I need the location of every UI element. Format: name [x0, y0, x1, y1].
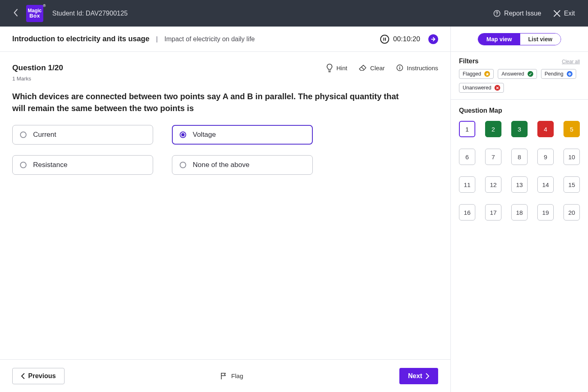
arrow-right-icon	[431, 37, 436, 42]
question-marks: 1 Marks	[12, 76, 63, 82]
options-grid: CurrentVoltageResistanceNone of the abov…	[12, 125, 438, 175]
view-toggle: Map view List view	[478, 33, 561, 45]
next-button[interactable]: Next	[399, 368, 438, 384]
question-cell-2[interactable]: 2	[485, 121, 501, 137]
previous-button[interactable]: Previous	[12, 368, 65, 384]
question-cell-8[interactable]: 8	[511, 149, 528, 165]
option-label: Resistance	[33, 161, 67, 169]
question-cell-16[interactable]: 16	[459, 204, 475, 220]
bulb-icon	[326, 63, 333, 72]
question-cell-1[interactable]: 1	[459, 121, 475, 137]
question-cell-7[interactable]: 7	[485, 149, 501, 165]
radio-icon	[20, 131, 27, 138]
hint-label: Hint	[336, 65, 347, 71]
question-cell-5[interactable]: 5	[564, 121, 580, 137]
breadcrumb-divider: |	[156, 36, 158, 43]
clear-button[interactable]: Clear	[359, 64, 385, 71]
question-cell-11[interactable]: 11	[459, 176, 475, 193]
question-cell-3[interactable]: 3	[511, 121, 528, 137]
filter-chip-flagged[interactable]: Flagged★	[459, 69, 494, 79]
question-cell-9[interactable]: 9	[537, 149, 554, 165]
instructions-label: Instructions	[407, 65, 438, 71]
hint-button[interactable]: Hint	[326, 63, 347, 72]
chevron-left-icon	[13, 8, 19, 17]
radio-icon	[20, 162, 27, 168]
pending-dot-icon: ✲	[567, 71, 572, 77]
question-cell-13[interactable]: 13	[511, 176, 528, 193]
radio-icon	[180, 131, 186, 138]
question-cell-17[interactable]: 17	[485, 204, 501, 220]
filter-chip-pending[interactable]: Pending✲	[541, 69, 576, 79]
course-title: Introduction to electricity and its usag…	[12, 35, 149, 43]
flag-label: Flag	[231, 372, 243, 379]
previous-label: Previous	[28, 372, 56, 380]
course-subtitle: Impact of electricity on daily life	[165, 36, 255, 43]
map-view-tab[interactable]: Map view	[478, 33, 520, 45]
report-issue-label: Report Issue	[504, 10, 541, 17]
collapse-sidebar-button[interactable]	[428, 34, 438, 44]
option-label: Voltage	[193, 131, 216, 139]
filters-panel: Filters Clear all Flagged★Answered✓Pendi…	[451, 52, 588, 100]
next-label: Next	[408, 372, 422, 380]
chip-label: Pending	[545, 71, 564, 77]
info-circle-icon	[396, 64, 403, 71]
radio-icon	[180, 162, 186, 168]
option-label: Current	[33, 131, 56, 139]
question-cell-12[interactable]: 12	[485, 176, 501, 193]
report-issue-button[interactable]: Report Issue	[493, 9, 541, 18]
eraser-icon	[359, 64, 367, 71]
question-cell-20[interactable]: 20	[564, 204, 580, 220]
student-id-label: Student Id: DAV27900125	[52, 10, 128, 17]
svg-point-3	[399, 66, 400, 67]
exit-label: Exit	[564, 10, 575, 17]
chevron-left-icon	[21, 373, 25, 379]
question-map-panel: Question Map 123456789101112131415161718…	[451, 100, 588, 228]
timer: 00:10:20	[380, 35, 420, 44]
logo-text-bottom: Box	[29, 13, 40, 18]
option-4[interactable]: None of the above	[172, 155, 313, 175]
exit-button[interactable]: Exit	[553, 10, 575, 17]
top-bar: Magic Box Student Id: DAV27900125 Report…	[0, 0, 588, 27]
chevron-right-icon	[425, 373, 430, 379]
back-button[interactable]	[13, 8, 19, 19]
pause-icon[interactable]	[380, 35, 389, 44]
question-number: Question 1/20	[12, 63, 63, 72]
question-cell-19[interactable]: 19	[537, 204, 554, 220]
option-2[interactable]: Voltage	[172, 125, 313, 145]
flagged-dot-icon: ★	[484, 71, 490, 77]
question-cell-15[interactable]: 15	[564, 176, 580, 193]
svg-point-1	[497, 15, 497, 16]
option-3[interactable]: Resistance	[12, 155, 153, 175]
chip-label: Answered	[501, 71, 524, 77]
close-icon	[553, 10, 561, 17]
clear-all-filters[interactable]: Clear all	[562, 59, 580, 65]
filter-chip-unanswered[interactable]: Unanswered✕	[459, 83, 504, 93]
instructions-button[interactable]: Instructions	[396, 64, 438, 71]
question-cell-14[interactable]: 14	[537, 176, 554, 193]
question-cell-4[interactable]: 4	[537, 121, 554, 137]
chip-label: Flagged	[463, 71, 481, 77]
filter-chip-answered[interactable]: Answered✓	[498, 69, 537, 79]
question-cell-10[interactable]: 10	[564, 149, 580, 165]
flag-icon	[220, 372, 227, 380]
option-1[interactable]: Current	[12, 125, 153, 145]
clear-label: Clear	[370, 65, 385, 71]
flag-button[interactable]: Flag	[65, 372, 400, 380]
chip-label: Unanswered	[463, 85, 491, 91]
option-label: None of the above	[193, 161, 249, 169]
timer-value: 00:10:20	[393, 35, 420, 43]
filters-title: Filters	[459, 58, 479, 65]
question-map-title: Question Map	[459, 107, 580, 114]
list-view-tab[interactable]: List view	[520, 33, 561, 45]
question-cell-6[interactable]: 6	[459, 149, 475, 165]
question-cell-18[interactable]: 18	[511, 204, 528, 220]
answered-dot-icon: ✓	[528, 71, 533, 77]
content-column: Introduction to electricity and its usag…	[0, 27, 451, 392]
sidebar: Map view List view Filters Clear all Fla…	[451, 27, 588, 392]
unanswered-dot-icon: ✕	[494, 85, 500, 91]
question-text: Which devices are connected between two …	[12, 91, 400, 114]
sub-header: Introduction to electricity and its usag…	[0, 27, 450, 52]
brand-logo: Magic Box	[26, 5, 43, 22]
footer: Previous Flag Next	[0, 359, 450, 392]
help-circle-icon	[493, 9, 501, 18]
